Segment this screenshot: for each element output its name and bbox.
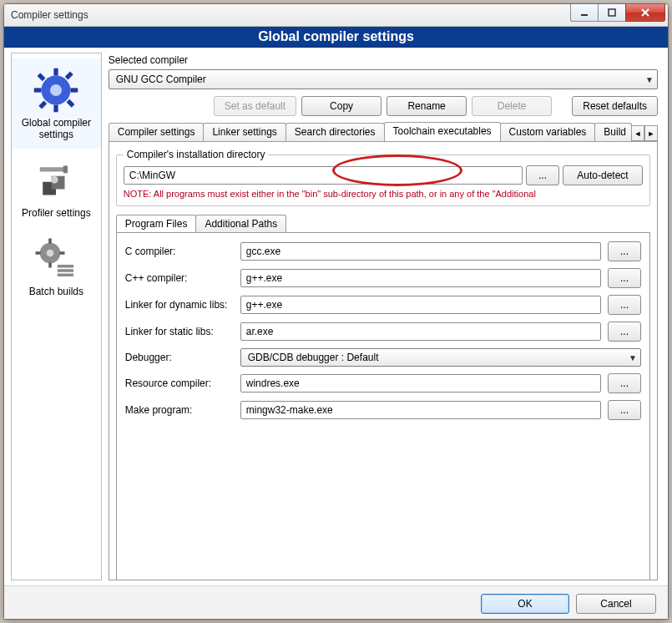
close-button[interactable]	[625, 4, 665, 22]
label-make-program: Make program:	[125, 404, 234, 416]
svg-point-18	[51, 176, 58, 184]
row-c-compiler: C compiler: gcc.exe ...	[125, 241, 641, 261]
input-make-program[interactable]: mingw32-make.exe	[240, 401, 601, 419]
svg-rect-10	[38, 73, 46, 81]
browse-linker-dynamic[interactable]: ...	[608, 295, 641, 315]
svg-rect-13	[39, 101, 48, 109]
svg-rect-1	[609, 9, 615, 16]
browse-c-compiler[interactable]: ...	[608, 241, 641, 261]
install-dir-note: NOTE: All programs must exist either in …	[124, 189, 643, 199]
set-default-button: Set as default	[214, 96, 296, 116]
label-resource-compiler: Resource compiler:	[125, 377, 234, 389]
browse-make-program[interactable]: ...	[608, 400, 641, 420]
sidebar-item-batch-builds[interactable]: Batch builds	[12, 227, 101, 306]
label-debugger: Debugger:	[125, 352, 234, 363]
selected-compiler-value: GNU GCC Compiler	[116, 73, 645, 85]
chevron-down-icon: ▼	[629, 353, 637, 362]
profiler-icon	[29, 154, 83, 207]
reset-defaults-button[interactable]: Reset defaults	[572, 96, 658, 116]
svg-rect-24	[60, 251, 65, 255]
program-subtabs: Program Files Additional Paths	[116, 215, 650, 233]
svg-rect-0	[581, 14, 588, 16]
maximize-button[interactable]	[598, 4, 625, 22]
autodetect-button[interactable]: Auto-detect	[563, 165, 643, 185]
browse-cpp-compiler[interactable]: ...	[608, 268, 641, 288]
batch-builds-icon	[29, 232, 83, 286]
svg-rect-26	[58, 269, 73, 272]
titlebar: Compiler settings	[4, 4, 668, 27]
tabs-scroll-left[interactable]: ◄	[631, 125, 644, 141]
svg-rect-17	[63, 166, 68, 174]
input-resource-compiler[interactable]: windres.exe	[240, 374, 601, 393]
install-dir-legend: Compiler's installation directory	[124, 149, 269, 160]
program-files-body: C compiler: gcc.exe ... C++ compiler: g+…	[116, 233, 650, 580]
header-title: Global compiler settings	[258, 29, 414, 44]
tab-search-directories[interactable]: Search directories	[285, 123, 385, 141]
row-resource-compiler: Resource compiler: windres.exe ...	[125, 373, 641, 393]
input-c-compiler[interactable]: gcc.exe	[240, 242, 601, 261]
svg-rect-11	[67, 99, 75, 108]
window-buttons	[570, 4, 668, 26]
settings-dialog: Compiler settings Global compiler settin…	[3, 3, 669, 620]
content-panel: Selected compiler GNU GCC Compiler ▼ Set…	[105, 53, 661, 580]
tab-linker-settings[interactable]: Linker settings	[203, 123, 285, 141]
chevron-down-icon: ▼	[645, 75, 654, 84]
row-make-program: Make program: mingw32-make.exe ...	[125, 400, 641, 420]
sidebar-item-profiler[interactable]: Profiler settings	[12, 149, 101, 227]
tabs-scroll: ◄ ►	[631, 125, 658, 141]
subtab-program-files[interactable]: Program Files	[116, 215, 197, 232]
svg-rect-6	[54, 68, 58, 76]
row-cpp-compiler: C++ compiler: g++.exe ...	[125, 268, 641, 288]
label-linker-dynamic: Linker for dynamic libs:	[125, 299, 234, 311]
label-c-compiler: C compiler:	[125, 246, 234, 257]
debugger-dropdown[interactable]: GDB/CDB debugger : Default ▼	[240, 348, 641, 367]
row-linker-static: Linker for static libs: ar.exe ...	[125, 322, 641, 342]
svg-rect-27	[58, 274, 73, 277]
cancel-button[interactable]: Cancel	[576, 594, 656, 614]
label-linker-static: Linker for static libs:	[125, 326, 234, 337]
svg-rect-8	[34, 88, 42, 92]
input-linker-dynamic[interactable]: g++.exe	[240, 296, 601, 314]
copy-button[interactable]: Copy	[301, 96, 381, 116]
row-debugger: Debugger: GDB/CDB debugger : Default ▼	[125, 348, 641, 367]
svg-rect-21	[49, 239, 53, 244]
header-banner: Global compiler settings	[4, 27, 668, 48]
sidebar-item-label: Profiler settings	[22, 207, 91, 219]
selected-compiler-dropdown[interactable]: GNU GCC Compiler ▼	[109, 69, 658, 89]
rename-button[interactable]: Rename	[387, 96, 467, 116]
install-dir-input[interactable]: C:\MinGW	[124, 166, 523, 185]
ok-button[interactable]: OK	[481, 594, 569, 614]
sidebar-item-label: Batch builds	[29, 286, 83, 297]
install-dir-browse-button[interactable]: ...	[526, 165, 559, 185]
browse-linker-static[interactable]: ...	[608, 322, 641, 342]
label-cpp-compiler: C++ compiler:	[125, 272, 234, 284]
tab-custom-variables[interactable]: Custom variables	[500, 123, 596, 141]
svg-rect-22	[49, 262, 53, 267]
tabs-scroll-right[interactable]: ►	[644, 125, 658, 141]
sidebar-item-label: Global compiler settings	[12, 117, 101, 140]
tab-compiler-settings[interactable]: Compiler settings	[109, 123, 205, 141]
svg-rect-9	[71, 88, 78, 92]
install-dir-row: C:\MinGW ... Auto-detect	[124, 165, 643, 185]
delete-button: Delete	[472, 96, 552, 116]
minimize-button[interactable]	[570, 4, 598, 22]
tab-build-options[interactable]: Build	[594, 123, 632, 141]
svg-rect-25	[58, 265, 73, 268]
input-linker-static[interactable]: ar.exe	[240, 322, 601, 341]
svg-rect-12	[65, 72, 73, 80]
sidebar-item-global-compiler[interactable]: Global compiler settings	[12, 58, 101, 149]
selected-compiler-label: Selected compiler	[109, 54, 661, 66]
subtab-additional-paths[interactable]: Additional Paths	[195, 215, 286, 232]
input-cpp-compiler[interactable]: g++.exe	[240, 269, 601, 287]
gear-icon	[29, 63, 83, 117]
dialog-footer: OK Cancel	[4, 585, 668, 620]
window-title: Compiler settings	[11, 9, 570, 21]
toolchain-tab-body: Compiler's installation directory C:\Min…	[109, 142, 658, 580]
browse-resource-compiler[interactable]: ...	[608, 373, 641, 393]
main-area: Global compiler settings Profiler settin…	[4, 48, 668, 585]
close-icon	[640, 8, 650, 18]
svg-rect-23	[36, 251, 41, 255]
sidebar: Global compiler settings Profiler settin…	[11, 53, 102, 580]
tab-toolchain-executables[interactable]: Toolchain executables	[384, 122, 501, 141]
minimize-icon	[580, 8, 589, 17]
